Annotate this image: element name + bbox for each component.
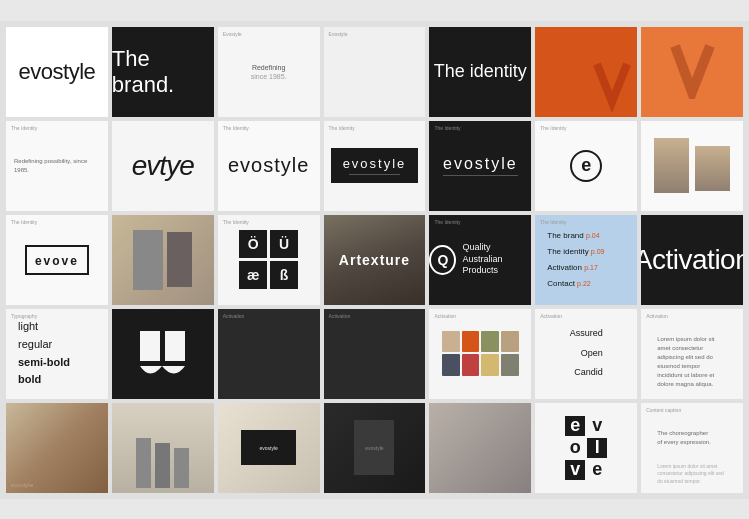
mockup-dark-image: evostyle [6, 403, 108, 493]
photo-placeholder-2 [695, 146, 730, 191]
contact-list: The brand p.04 The identity p.09 Activat… [547, 228, 604, 292]
portrait-photo [112, 215, 214, 305]
brand-tagline-text: The brand. [112, 46, 214, 98]
swatch-3 [481, 331, 499, 352]
chairs-image [112, 403, 214, 493]
evolve-l: l [587, 438, 607, 458]
logo-dark-text: evostyle [343, 156, 407, 171]
tile-redefine: Evostyle Redefining since 1985. [218, 27, 320, 117]
tile-label-r4c6: Activation [540, 313, 562, 319]
value-1: Assured [570, 324, 603, 344]
contact-item-3: Activation p.17 [547, 260, 604, 276]
e-circle-icon: e [570, 150, 602, 182]
evolve-v: v [587, 416, 607, 436]
portrait-figure-1 [133, 230, 163, 290]
tile-label-r2c6: The Identity [540, 125, 566, 131]
tile-label-r3c1: The Identity [11, 219, 37, 225]
tile-mockup-equip [429, 403, 531, 493]
swatch-2 [462, 331, 480, 352]
tile-logo-italic: evtye [112, 121, 214, 211]
tile-logo-spaced: The Identity evostyle [218, 121, 320, 211]
tile-evolve-letters: e v o l v e [535, 403, 637, 493]
tile-contact-list: The Identity The brand p.04 The identity… [535, 215, 637, 305]
tile-portraits [112, 215, 214, 305]
dark-mockup-image: evostyle [324, 403, 426, 493]
identity-text: The identity [434, 61, 527, 82]
caption-text: The choreographerof every expression. [649, 421, 719, 455]
tile-label-r3c3: The Identity [223, 219, 249, 225]
swatch-8 [501, 354, 519, 375]
dark-card: evostyle [354, 420, 394, 475]
tile-mockup-screen: evostyle [218, 403, 320, 493]
evolve-v2: v [565, 460, 585, 480]
value-2: Open [570, 344, 603, 364]
activation-text: Activation [641, 244, 743, 276]
char-grid: Ö Ü æ ß [224, 215, 313, 304]
tile-evove: The Identity evove [6, 215, 108, 305]
tile-label-r4c4: Activation [329, 313, 351, 319]
logo-white-text: evostyle [443, 155, 518, 176]
value-3: Candid [570, 363, 603, 383]
tile-small-text: Activation Lorem ipsum dolor sit amet co… [641, 309, 743, 399]
tile-logo-white: The Identity evostyle [429, 121, 531, 211]
char-box-4: ß [270, 261, 298, 289]
chair-leg-1 [136, 438, 151, 488]
since-text: since 1985. [251, 73, 287, 80]
quality-circle: Q [429, 245, 456, 275]
mockup-label-1: evostyle [11, 482, 33, 488]
evolve-e: e [565, 416, 585, 436]
svg-rect-1 [165, 331, 185, 361]
tile-brand-name: evostyle [6, 27, 108, 117]
char-box-2: Ü [270, 230, 298, 258]
tile-quality: The Identity Q Quality Australian Produc… [429, 215, 531, 305]
char-box-3: æ [239, 261, 267, 289]
contact-item-4: Contact p.22 [547, 276, 604, 292]
tile-label-r2c1: The Identity [11, 125, 37, 131]
abstract-shape-icon [135, 326, 190, 381]
contact-item-2: The identity p.09 [547, 244, 604, 260]
v-large-icon [670, 44, 715, 99]
artexture-text: Artexture [339, 252, 410, 268]
color-swatches [442, 331, 519, 375]
chairs-figure [112, 403, 214, 493]
tile-mockup-dark2: evostyle [324, 403, 426, 493]
tile-typography: Typography light regular semi-bold bold [6, 309, 108, 399]
tile-dark-block: Activation [218, 309, 320, 399]
tile-label-r3c6: The Identity [540, 219, 566, 225]
tile-label-r2c5: The Identity [434, 125, 460, 131]
screen-monitor: evostyle [241, 430, 296, 465]
tile-photo [641, 121, 743, 211]
swatch-7 [481, 354, 499, 375]
small-info-text: Redefining possibility, since 1985. [6, 149, 108, 183]
swatch-5 [442, 354, 460, 375]
equip-image [429, 403, 531, 493]
typo-weights: light regular semi-bold bold [18, 318, 70, 388]
tile-orange1 [535, 27, 637, 117]
swatch-1 [442, 331, 460, 352]
main-grid: evostyle The brand. Evostyle Redefining … [0, 21, 749, 499]
tile-label-r5c7: Content caption [646, 407, 681, 413]
tile-color-palette: Activation [429, 309, 531, 399]
tile-small-text-right: Content caption The choreographerof ever… [641, 403, 743, 493]
quality-text-block: Quality Australian Products [462, 242, 531, 277]
tile-pattern-chars: The Identity Ö Ü æ ß [218, 215, 320, 305]
tile-values: Activation Assured Open Candid [535, 309, 637, 399]
screen-text: evostyle [259, 445, 277, 451]
chair-leg-3 [174, 448, 189, 488]
tile-identity-dark: The identity [429, 27, 531, 117]
screen-image: evostyle [218, 403, 320, 493]
tile-label-r3c5: The Identity [434, 219, 460, 225]
tile-orange2 [641, 27, 743, 117]
tile-mockup-chairs [112, 403, 214, 493]
evolve-e2: e [587, 460, 607, 480]
tile-label-r1c4: Evostyle [329, 31, 348, 37]
tile-artexture: Artexture [324, 215, 426, 305]
evove-text: evove [35, 254, 79, 268]
tile-label-r4c3: Activation [223, 313, 245, 319]
quality-badge: Q Quality Australian Products [429, 242, 531, 277]
evolve-o: o [565, 438, 585, 458]
tile-empty-r1c4: Evostyle [324, 27, 426, 117]
body-text-r5c7: Lorem ipsum dolor sit amet consectetur a… [649, 455, 735, 493]
swatch-4 [501, 331, 519, 352]
char-box-1: Ö [239, 230, 267, 258]
